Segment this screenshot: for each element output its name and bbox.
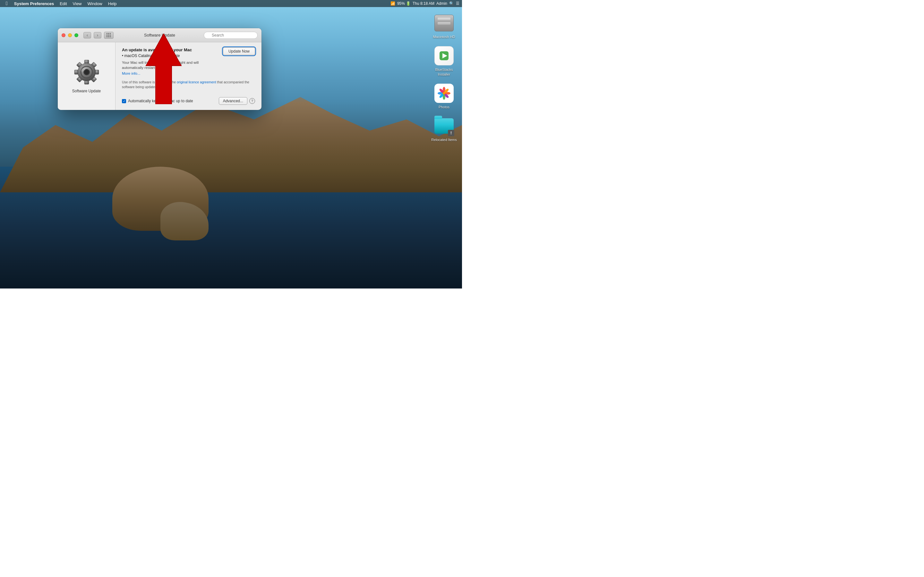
window-close-button[interactable] [61, 33, 65, 37]
window-footer: ✓ Automatically keep my Mac up to date A… [122, 97, 255, 105]
clock: Thu 8:18 AM [413, 1, 435, 6]
bluestacks-icon [435, 46, 454, 65]
menubar-left:  System Preferences Edit View Window He… [3, 0, 120, 7]
software-update-window: ‹ › Software Update 🔍 [58, 28, 262, 110]
update-desc: Your Mac will try to update later tonigh… [122, 60, 218, 70]
desktop-icons: Macintosh HD BlueStacksInstaller [431, 13, 457, 142]
gear-icon [74, 59, 99, 85]
hd-icon [435, 15, 454, 31]
photos-label: Photos [439, 105, 449, 109]
license-link[interactable]: original licence agreement [177, 80, 216, 84]
window-back-button[interactable]: ‹ [83, 32, 91, 39]
menubar:  System Preferences Edit View Window He… [0, 0, 462, 7]
update-title: An update is available for your Mac [122, 47, 218, 52]
grid-dots [107, 33, 111, 37]
window-maximize-button[interactable] [74, 33, 78, 37]
sidebar-label: Software Update [72, 89, 101, 93]
window-minimize-button[interactable] [68, 33, 72, 37]
search-input[interactable] [204, 32, 258, 39]
menu-edit[interactable]: Edit [57, 0, 69, 7]
spotlight-icon[interactable]: 🔍 [449, 1, 454, 6]
notification-icon[interactable]: ☰ [456, 1, 459, 6]
desktop-icon-bluestacks[interactable]: BlueStacksInstaller [431, 45, 457, 77]
menu-view[interactable]: View [70, 0, 84, 7]
window-search[interactable]: 🔍 [204, 32, 258, 39]
license-text: Use of this software is subject to the o… [122, 80, 255, 89]
apple-menu[interactable]:  [3, 0, 11, 7]
bluestacks-label: BlueStacksInstaller [435, 67, 453, 77]
window-content: Software Update An update is available f… [58, 42, 262, 110]
window-title: Software Update [144, 33, 175, 37]
user-menu[interactable]: Admin [436, 1, 447, 6]
update-info: An update is available for your Mac • ma… [122, 47, 218, 76]
update-item: • macOS Catalina 10.15.6 Update [122, 53, 218, 58]
gear-icon-container [74, 59, 99, 85]
auto-update-row: ✓ Automatically keep my Mac up to date [122, 99, 193, 103]
desktop:  System Preferences Edit View Window He… [0, 0, 462, 288]
window-main-content: An update is available for your Mac • ma… [115, 42, 262, 110]
advanced-button[interactable]: Advanced... [219, 97, 247, 105]
auto-update-label: Automatically keep my Mac up to date [128, 99, 193, 103]
battery-status: 95% 🔋 [397, 1, 411, 6]
photos-icon-img [434, 83, 454, 103]
more-info-link[interactable]: More info... [122, 71, 141, 75]
wifi-icon: 📶 [391, 1, 395, 6]
menu-window[interactable]: Window [85, 0, 105, 7]
window-titlebar: ‹ › Software Update 🔍 [58, 28, 262, 42]
window-sidebar: Software Update [58, 42, 115, 110]
window-forward-button[interactable]: › [94, 32, 102, 39]
svg-point-22 [84, 70, 89, 74]
macintosh-hd-icon-img [434, 13, 454, 33]
relocated-items-icon-img: ! [434, 116, 454, 136]
photos-icon [435, 84, 454, 103]
desktop-icon-relocated-items[interactable]: ! Relocated Items [431, 116, 457, 142]
update-now-button[interactable]: Update Now [223, 47, 255, 55]
relocated-items-label: Relocated Items [431, 137, 457, 142]
menubar-right: 📶 95% 🔋 Thu 8:18 AM Admin 🔍 ☰ [391, 1, 459, 6]
help-button[interactable]: ? [249, 98, 255, 104]
window-controls [61, 33, 78, 37]
update-header: An update is available for your Mac • ma… [122, 47, 255, 76]
desktop-icon-photos[interactable]: Photos [431, 83, 457, 109]
macintosh-hd-label: Macintosh HD [433, 35, 455, 39]
bluestacks-icon-img [434, 45, 454, 66]
app-menu-name[interactable]: System Preferences [11, 0, 57, 7]
window-nav: ‹ › [83, 32, 102, 39]
window-grid-button[interactable] [104, 32, 113, 39]
menu-help[interactable]: Help [105, 0, 120, 7]
auto-update-checkbox[interactable]: ✓ [122, 99, 126, 103]
desktop-icon-macintosh-hd[interactable]: Macintosh HD [431, 13, 457, 39]
